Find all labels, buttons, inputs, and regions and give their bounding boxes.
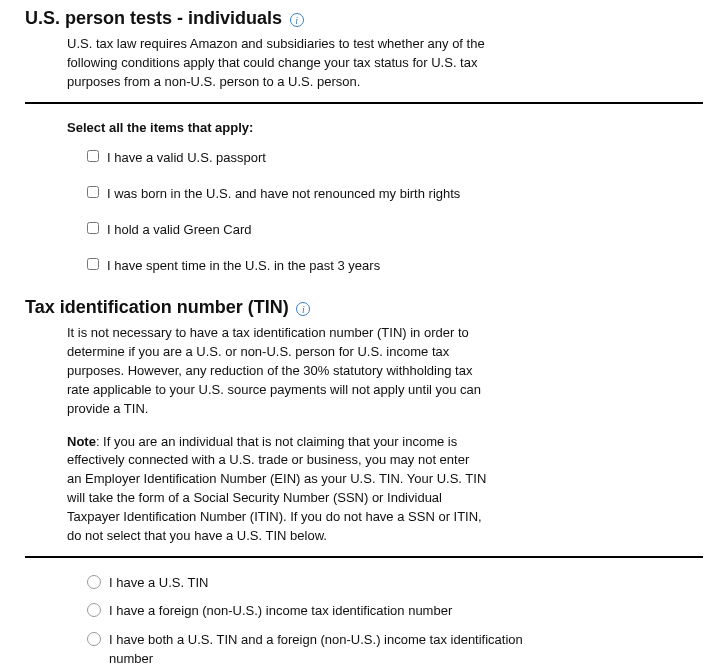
checkbox-label: I hold a valid Green Card [107, 221, 252, 239]
us-person-tests-section: U.S. person tests - individuals i U.S. t… [25, 8, 703, 92]
checkbox-item-time-in-us: I have spent time in the U.S. in the pas… [87, 257, 703, 275]
radio-label: I have both a U.S. TIN and a foreign (no… [109, 631, 549, 665]
note-label: Note [67, 434, 96, 449]
radio-icon [87, 632, 101, 646]
radio-item-have-foreign-tin[interactable]: I have a foreign (non-U.S.) income tax i… [87, 602, 703, 621]
section2-note: Note: If you are an individual that is n… [67, 433, 487, 546]
radio-icon [87, 575, 101, 589]
radio-label: I have a foreign (non-U.S.) income tax i… [109, 602, 452, 621]
radio-icon [87, 603, 101, 617]
radio-label: I have a U.S. TIN [109, 574, 208, 593]
us-person-options: I have a valid U.S. passport I was born … [87, 149, 703, 276]
checkbox-label: I have a valid U.S. passport [107, 149, 266, 167]
checkbox-item-born-us: I was born in the U.S. and have not reno… [87, 185, 703, 203]
section1-description: U.S. tax law requires Amazon and subsidi… [67, 35, 487, 92]
section-divider [25, 556, 703, 558]
checkbox-label: I was born in the U.S. and have not reno… [107, 185, 460, 203]
tin-section: Tax identification number (TIN) i It is … [25, 297, 703, 545]
checkbox-label: I have spent time in the U.S. in the pas… [107, 257, 380, 275]
checkbox-born-us[interactable] [87, 186, 99, 198]
section-divider [25, 102, 703, 104]
section2-title: Tax identification number (TIN) [25, 297, 289, 317]
section1-subheading: Select all the items that apply: [67, 120, 703, 135]
checkbox-item-passport: I have a valid U.S. passport [87, 149, 703, 167]
checkbox-passport[interactable] [87, 150, 99, 162]
section1-title: U.S. person tests - individuals [25, 8, 282, 28]
tin-options: I have a U.S. TIN I have a foreign (non-… [87, 574, 703, 665]
info-icon[interactable]: i [290, 13, 304, 27]
info-icon[interactable]: i [296, 302, 310, 316]
radio-item-have-both-tin[interactable]: I have both a U.S. TIN and a foreign (no… [87, 631, 703, 665]
radio-item-have-us-tin[interactable]: I have a U.S. TIN [87, 574, 703, 593]
checkbox-item-greencard: I hold a valid Green Card [87, 221, 703, 239]
checkbox-time-in-us[interactable] [87, 258, 99, 270]
note-text: : If you are an individual that is not c… [67, 434, 486, 543]
checkbox-greencard[interactable] [87, 222, 99, 234]
section2-description: It is not necessary to have a tax identi… [67, 324, 487, 418]
